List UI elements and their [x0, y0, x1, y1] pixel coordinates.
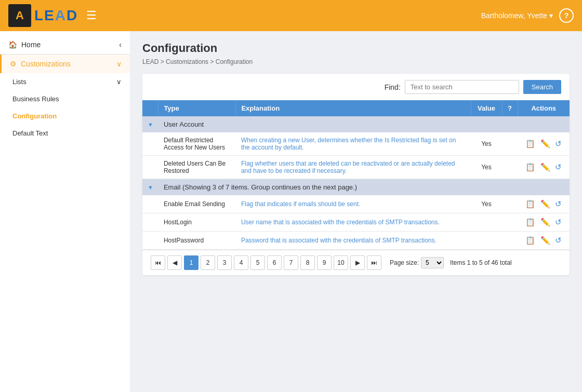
col-actions: Actions: [518, 100, 570, 116]
find-label: Find:: [385, 83, 401, 91]
search-button[interactable]: Search: [523, 80, 561, 94]
sidebar-item-configuration[interactable]: Configuration: [0, 107, 130, 125]
page-2-button[interactable]: 2: [201, 255, 215, 270]
last-page-button[interactable]: ⏭: [367, 255, 381, 270]
sidebar-item-default-text[interactable]: Default Text: [0, 125, 130, 142]
first-page-button[interactable]: ⏮: [151, 255, 165, 270]
col-expand: [142, 100, 158, 116]
home-icon: 🏠: [8, 40, 17, 49]
page-7-button[interactable]: 7: [284, 255, 298, 270]
page-10-button[interactable]: 10: [334, 255, 348, 270]
logo: LEAD: [8, 4, 78, 27]
view-icon[interactable]: 📋: [525, 218, 535, 227]
sidebar-item-lists[interactable]: Lists ∨: [0, 73, 130, 90]
table-row: HostLogin User name that is associated w…: [142, 213, 570, 232]
reset-icon[interactable]: ↺: [555, 163, 562, 172]
edit-icon[interactable]: ✏️: [540, 163, 550, 172]
sidebar-item-customizations[interactable]: ⚙ Customizations ∨: [0, 55, 130, 73]
expand-icon: ∨: [116, 60, 122, 68]
breadcrumb-configuration[interactable]: Configuration: [216, 58, 253, 65]
next-page-button[interactable]: ▶: [350, 255, 365, 270]
type-cell: Default Restricted Access for New Users: [158, 132, 236, 156]
value-cell: Yes: [471, 132, 502, 156]
breadcrumb-lead[interactable]: LEAD: [142, 58, 158, 65]
value-cell: Yes: [471, 195, 502, 213]
group-row-user-account: ▼ User Account: [142, 116, 570, 132]
header-left: LEAD ☰: [8, 4, 97, 27]
layout: 🏠 Home ‹ ⚙ Customizations ∨ Lists ∨ Busi…: [0, 31, 582, 392]
explanation-cell: Password that is associated with the cre…: [236, 232, 471, 250]
group-name-email: Email (Showing 3 of 7 items. Group conti…: [158, 179, 570, 196]
table-header: Type Explanation Value ? Actions: [142, 100, 570, 116]
edit-icon[interactable]: ✏️: [540, 218, 550, 227]
type-cell: HostLogin: [158, 213, 236, 232]
type-cell: Enable Email Sending: [158, 195, 236, 213]
reset-icon[interactable]: ↺: [555, 199, 562, 209]
page-1-button[interactable]: 1: [184, 255, 199, 270]
breadcrumb-sep2: >: [210, 58, 215, 65]
edit-icon[interactable]: ✏️: [540, 199, 550, 209]
sidebar: 🏠 Home ‹ ⚙ Customizations ∨ Lists ∨ Busi…: [0, 31, 130, 392]
group-toggle-email[interactable]: ▼: [148, 184, 153, 191]
collapse-icon: ‹: [119, 40, 122, 49]
type-cell: Deleted Users Can Be Restored: [158, 156, 236, 179]
configuration-table-container: Find: Search Type Explanation Value ? Ac…: [142, 74, 570, 275]
user-dropdown-icon: ▾: [549, 11, 553, 20]
reset-icon[interactable]: ↺: [555, 139, 562, 148]
sidebar-home-label: Home: [21, 40, 41, 49]
reset-icon[interactable]: ↺: [555, 218, 562, 227]
page-4-button[interactable]: 4: [234, 255, 248, 270]
explanation-cell: Flag that indicates if emails should be …: [236, 195, 471, 213]
search-input[interactable]: [405, 80, 519, 94]
col-help: ?: [502, 100, 518, 116]
header-right: Bartholomew, Yvette ▾ ?: [481, 8, 574, 23]
table-row: Default Restricted Access for New Users …: [142, 132, 570, 156]
explanation-cell: Flag whether users that are deleted can …: [236, 156, 471, 179]
sidebar-item-home[interactable]: 🏠 Home ‹: [0, 35, 130, 55]
page-size-label: Page size:: [390, 259, 419, 266]
edit-icon[interactable]: ✏️: [540, 139, 550, 148]
view-icon[interactable]: 📋: [525, 236, 535, 245]
table-body: ▼ User Account Default Restricted Access…: [142, 116, 570, 250]
logo-text: LEAD: [34, 7, 78, 24]
header: LEAD ☰ Bartholomew, Yvette ▾ ?: [0, 0, 582, 31]
help-button[interactable]: ?: [559, 8, 574, 23]
page-6-button[interactable]: 6: [267, 255, 282, 270]
page-3-button[interactable]: 3: [217, 255, 232, 270]
page-9-button[interactable]: 9: [317, 255, 332, 270]
view-icon[interactable]: 📋: [525, 163, 535, 172]
table-row: Enable Email Sending Flag that indicates…: [142, 195, 570, 213]
sidebar-customizations-label: Customizations: [21, 60, 71, 68]
items-label: Items 1 to 5 of 46 total: [450, 259, 512, 266]
page-8-button[interactable]: 8: [300, 255, 315, 270]
user-name[interactable]: Bartholomew, Yvette ▾: [481, 11, 553, 20]
value-cell: Yes: [471, 156, 502, 179]
col-type: Type: [158, 100, 236, 116]
group-row-email: ▼ Email (Showing 3 of 7 items. Group con…: [142, 179, 570, 196]
explanation-cell: When creating a new User, determines whe…: [236, 132, 471, 156]
view-icon[interactable]: 📋: [525, 139, 535, 148]
prev-page-button[interactable]: ◀: [167, 255, 182, 270]
page-5-button[interactable]: 5: [250, 255, 265, 270]
table-row: Deleted Users Can Be Restored Flag wheth…: [142, 156, 570, 179]
edit-icon[interactable]: ✏️: [540, 236, 550, 245]
breadcrumb: LEAD > Customizations > Configuration: [142, 58, 570, 65]
breadcrumb-sep1: >: [161, 58, 166, 65]
group-toggle-user-account[interactable]: ▼: [148, 121, 153, 128]
reset-icon[interactable]: ↺: [555, 236, 562, 245]
main-content: Configuration LEAD > Customizations > Co…: [130, 31, 582, 392]
explanation-cell: User name that is associated with the cr…: [236, 213, 471, 232]
pagination: ⏮ ◀ 1 2 3 4 5 6 7 8 9 10 ▶ ⏭ Page size: …: [142, 250, 570, 275]
configuration-table: Type Explanation Value ? Actions ▼ User …: [142, 100, 570, 250]
view-icon[interactable]: 📋: [525, 199, 535, 209]
table-row: HostPassword Password that is associated…: [142, 232, 570, 250]
sidebar-item-business-rules[interactable]: Business Rules: [0, 90, 130, 107]
logo-icon: [8, 4, 31, 27]
lists-dropdown-icon: ∨: [116, 78, 122, 86]
breadcrumb-customizations[interactable]: Customizations: [166, 58, 208, 65]
page-size-select[interactable]: 5 10 25 50: [421, 257, 444, 268]
hamburger-icon[interactable]: ☰: [86, 9, 97, 22]
value-cell: [471, 213, 502, 232]
col-value: Value: [471, 100, 502, 116]
page-title: Configuration: [142, 42, 570, 55]
